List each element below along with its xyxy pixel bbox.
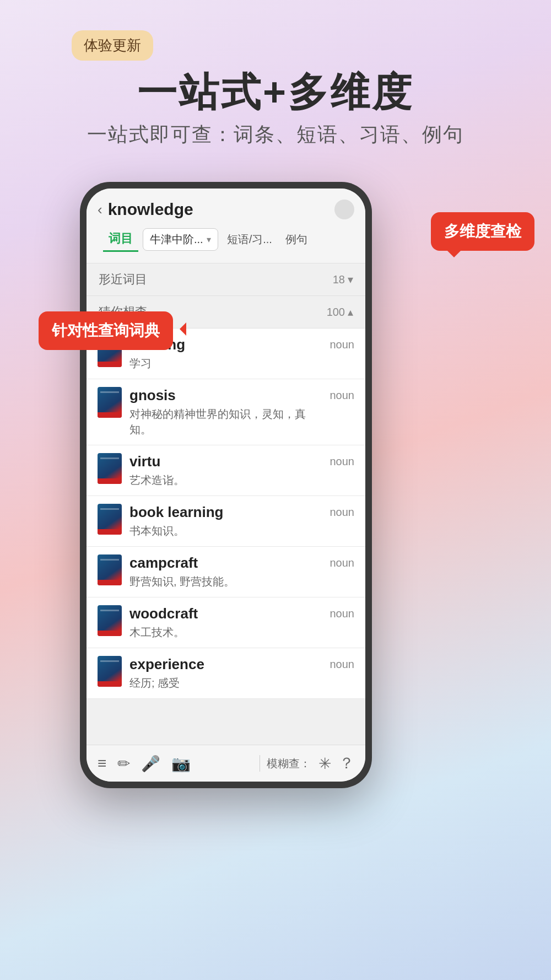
- item-word: woodcraft: [129, 605, 322, 622]
- item-pos: noun: [330, 656, 355, 671]
- item-word: book learning: [129, 504, 322, 521]
- dict-icon: [98, 605, 122, 636]
- tooltip-targeted-dict: 针对性查询词典: [39, 311, 173, 350]
- header-icon[interactable]: [334, 200, 354, 219]
- item-pos: noun: [330, 336, 355, 351]
- item-pos: noun: [330, 387, 355, 402]
- edit-icon[interactable]: ✏: [117, 755, 130, 773]
- item-pos: noun: [330, 554, 355, 569]
- update-badge: 体验更新: [72, 30, 153, 61]
- table-row[interactable]: campcraft 野营知识, 野营技能。 noun: [87, 547, 365, 597]
- tab-phrases[interactable]: 短语/习...: [223, 229, 277, 250]
- section-guess-count: 100 ▴: [327, 305, 353, 319]
- fuzzy-label: 模糊查：: [267, 756, 311, 771]
- item-word: virtu: [129, 453, 322, 470]
- back-button[interactable]: ‹: [98, 201, 102, 218]
- table-row[interactable]: virtu 艺术造诣。 noun: [87, 445, 365, 496]
- back-row: ‹ knowledge: [98, 200, 354, 219]
- dict-icon: [98, 453, 122, 484]
- item-content: virtu 艺术造诣。: [129, 453, 322, 488]
- section-similar-words[interactable]: 形近词目 18 ▾: [87, 263, 365, 296]
- item-content: campcraft 野营知识, 野营技能。: [129, 554, 322, 589]
- dict-icon: [98, 504, 122, 535]
- table-row[interactable]: gnosis 对神秘的精神世界的知识，灵知，真知。 noun: [87, 379, 365, 445]
- hero-subtitle: 一站式即可查：词条、短语、习语、例句: [0, 121, 551, 148]
- menu-icon[interactable]: ≡: [98, 755, 106, 773]
- item-content: book learning 书本知识。: [129, 504, 322, 539]
- toolbar-left: ≡ ✏ 🎤 📷: [98, 755, 253, 773]
- item-content: gnosis 对神秘的精神世界的知识，灵知，真知。: [129, 387, 322, 437]
- search-word: knowledge: [108, 200, 193, 219]
- hero-title: 一站式+多维度: [0, 66, 551, 119]
- item-meaning: 学习: [129, 356, 322, 371]
- microphone-icon[interactable]: 🎤: [141, 755, 160, 773]
- tab-word-entry[interactable]: 词目: [103, 227, 138, 252]
- item-content: experience 经历; 感受: [129, 656, 322, 691]
- item-pos: noun: [330, 504, 355, 519]
- dropdown-arrow-icon: ▾: [207, 234, 211, 245]
- item-meaning: 艺术造诣。: [129, 472, 322, 488]
- tab-bar: 词目 牛津中阶... ▾ 短语/习... 例句: [98, 227, 354, 257]
- item-content: woodcraft 木工技术。: [129, 605, 322, 640]
- toolbar-right: 模糊查： ✳ ？: [267, 753, 354, 774]
- star-icon[interactable]: ✳: [318, 755, 331, 773]
- phone-mockup: ‹ knowledge 词目 牛津中阶... ▾ 短语/习... 例句: [80, 182, 372, 788]
- tab-examples[interactable]: 例句: [281, 229, 312, 250]
- camera-icon[interactable]: 📷: [171, 755, 191, 773]
- phone-frame: ‹ knowledge 词目 牛津中阶... ▾ 短语/习... 例句: [80, 182, 372, 788]
- item-meaning: 木工技术。: [129, 624, 322, 640]
- item-meaning: 对神秘的精神世界的知识，灵知，真知。: [129, 406, 322, 437]
- item-pos: noun: [330, 605, 355, 620]
- item-meaning: 野营知识, 野营技能。: [129, 574, 322, 589]
- dict-icon: [98, 656, 122, 687]
- dict-icon: [98, 387, 122, 418]
- item-meaning: 书本知识。: [129, 523, 322, 539]
- table-row[interactable]: experience 经历; 感受 noun: [87, 648, 365, 699]
- item-word: campcraft: [129, 554, 322, 572]
- bottom-toolbar: ≡ ✏ 🎤 📷 模糊查： ✳ ？: [87, 745, 365, 782]
- tab-oxford[interactable]: 牛津中阶... ▾: [143, 228, 218, 251]
- phone-screen: ‹ knowledge 词目 牛津中阶... ▾ 短语/习... 例句: [87, 189, 365, 782]
- phone-header: ‹ knowledge 词目 牛津中阶... ▾ 短语/习... 例句: [87, 189, 365, 263]
- help-icon[interactable]: ？: [339, 753, 354, 774]
- item-word: experience: [129, 656, 322, 673]
- section-similar-title: 形近词目: [99, 271, 147, 288]
- tooltip-multidim: 多维度查检: [431, 212, 534, 251]
- section-similar-count: 18 ▾: [333, 273, 353, 286]
- table-row[interactable]: book learning 书本知识。 noun: [87, 496, 365, 547]
- table-row[interactable]: woodcraft 木工技术。 noun: [87, 597, 365, 648]
- toolbar-divider: [260, 755, 260, 772]
- item-pos: noun: [330, 453, 355, 468]
- item-word: gnosis: [129, 387, 322, 404]
- dict-icon: [98, 554, 122, 585]
- item-meaning: 经历; 感受: [129, 675, 322, 691]
